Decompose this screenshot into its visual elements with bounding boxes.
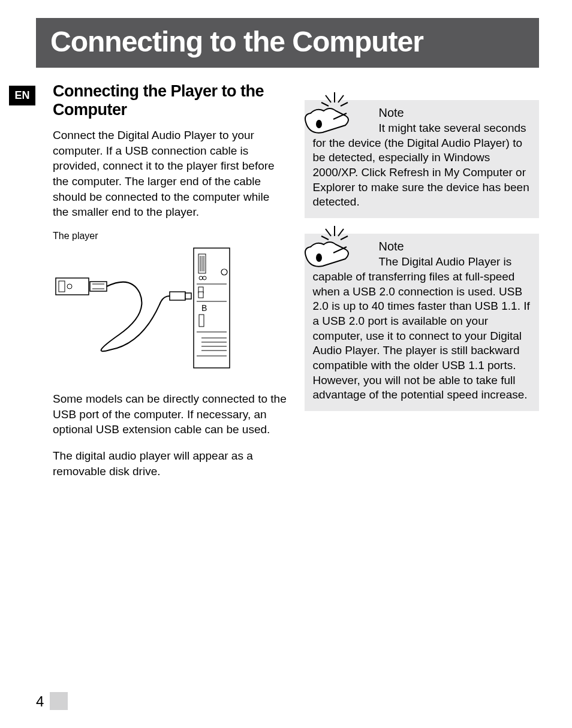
svg-line-30 bbox=[338, 95, 344, 102]
language-badge: EN bbox=[9, 86, 35, 105]
svg-rect-1 bbox=[59, 281, 65, 292]
note-hand-icon bbox=[299, 223, 365, 271]
svg-rect-18 bbox=[198, 292, 203, 298]
left-column: Connecting the Player to the Computer Co… bbox=[53, 82, 288, 490]
note-label: Note bbox=[379, 240, 531, 253]
svg-line-31 bbox=[321, 102, 329, 106]
paragraph: The digital audio player will appear as … bbox=[53, 448, 288, 479]
svg-line-29 bbox=[326, 95, 331, 102]
svg-point-39 bbox=[317, 254, 321, 261]
svg-text:B: B bbox=[201, 303, 207, 313]
right-column: Note It might take several seconds for t… bbox=[305, 82, 540, 490]
svg-rect-21 bbox=[199, 315, 204, 327]
svg-line-37 bbox=[321, 236, 329, 240]
svg-rect-3 bbox=[90, 282, 107, 291]
note-label: Note bbox=[379, 106, 531, 120]
svg-line-35 bbox=[326, 229, 331, 236]
note-box: Note The Digital Audio Player is capable… bbox=[305, 234, 540, 411]
note-hand-icon bbox=[299, 89, 365, 137]
svg-line-38 bbox=[341, 236, 348, 240]
svg-point-33 bbox=[317, 120, 321, 128]
note-text: The Digital Audio Player is capable of t… bbox=[313, 255, 531, 403]
connection-diagram: B bbox=[53, 245, 288, 373]
page-title-bar: Connecting to the Computer bbox=[36, 18, 539, 68]
svg-line-36 bbox=[338, 229, 344, 236]
page-footer: 4 bbox=[36, 692, 68, 710]
note-box: Note It might take several seconds for t… bbox=[305, 100, 540, 218]
page-number: 4 bbox=[36, 693, 44, 710]
svg-rect-7 bbox=[185, 293, 191, 299]
paragraph: Some models can be directly connected to… bbox=[53, 391, 288, 437]
section-heading: Connecting the Player to the Computer bbox=[53, 82, 288, 119]
svg-line-32 bbox=[341, 102, 348, 106]
footer-decoration bbox=[50, 692, 68, 710]
svg-rect-6 bbox=[170, 292, 185, 300]
paragraph: Connect the Digital Audio Player to your… bbox=[53, 128, 288, 220]
diagram-caption: The player bbox=[53, 231, 288, 241]
page-title: Connecting to the Computer bbox=[50, 25, 525, 58]
